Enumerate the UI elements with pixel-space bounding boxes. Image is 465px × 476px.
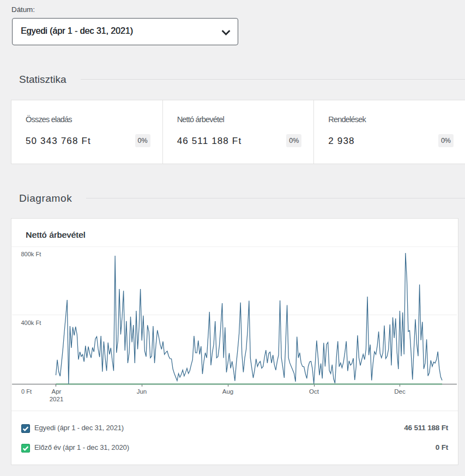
- svg-text:400k Ft: 400k Ft: [21, 320, 41, 326]
- svg-text:0 Ft: 0 Ft: [21, 388, 32, 395]
- svg-text:2021: 2021: [50, 396, 64, 402]
- svg-text:Oct: Oct: [309, 388, 319, 395]
- svg-text:Jun: Jun: [137, 388, 147, 395]
- svg-text:Aug: Aug: [222, 388, 233, 395]
- svg-text:800k Ft: 800k Ft: [21, 251, 41, 257]
- svg-text:Apr: Apr: [52, 388, 62, 395]
- svg-text:Dec: Dec: [394, 388, 406, 395]
